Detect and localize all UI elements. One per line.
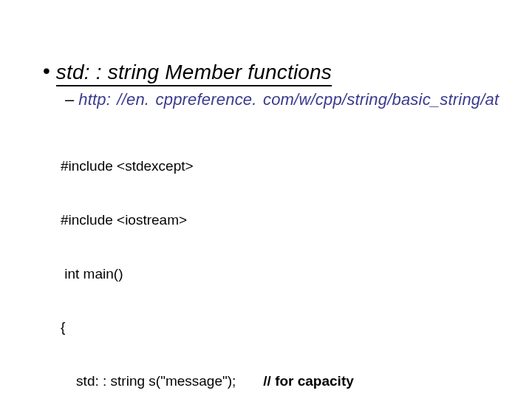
- dash-icon: –: [65, 90, 74, 109]
- code-comment: // for capacity: [263, 373, 354, 389]
- code-line: std: : string s("message"); // for capac…: [61, 372, 499, 390]
- code-block: #include <stdexcept> #include <iostream>…: [61, 121, 499, 399]
- slide: • std: : string Member functions – http:…: [0, 0, 532, 399]
- code-line: {: [61, 318, 499, 336]
- heading-text: std: : string Member functions: [56, 61, 332, 86]
- code-line: #include <iostream>: [61, 211, 499, 229]
- code-line: int main(): [61, 265, 499, 283]
- reference-link: http: //en. cppreference. com/w/cpp/stri…: [78, 90, 499, 109]
- bullet-dot-icon: •: [43, 61, 50, 81]
- bullet-heading: • std: : string Member functions: [43, 61, 332, 86]
- code-text: std: : string s("message");: [61, 373, 263, 389]
- sub-bullet: – http: //en. cppreference. com/w/cpp/st…: [65, 90, 499, 109]
- code-line: #include <stdexcept>: [61, 157, 499, 175]
